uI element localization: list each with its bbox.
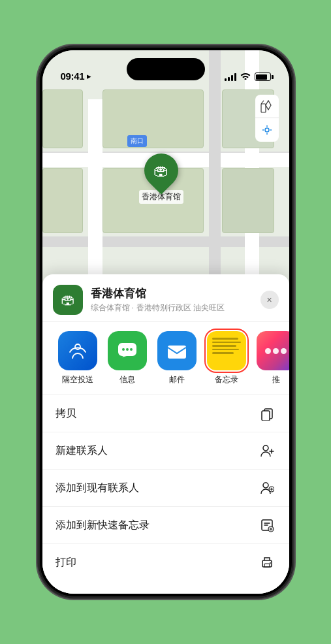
dynamic-island — [127, 58, 205, 80]
map-controls — [255, 95, 279, 142]
share-messages[interactable]: 信息 — [102, 331, 152, 385]
phone-frame: 09:41 ▸ — [39, 46, 293, 598]
venue-icon: 🏟 — [53, 285, 83, 315]
action-copy[interactable]: 拷贝 — [42, 395, 289, 432]
svg-rect-0 — [261, 104, 266, 112]
more-label: 推 — [272, 374, 280, 385]
close-button[interactable]: × — [260, 291, 279, 309]
stadium-icon: 🏟 — [153, 161, 169, 180]
mail-label: 邮件 — [169, 374, 185, 385]
notes-icon — [207, 331, 246, 370]
wifi-icon — [240, 72, 251, 82]
location-arrow-icon: ▸ — [87, 71, 91, 81]
share-more[interactable]: 推 — [251, 331, 289, 385]
svg-point-10 — [263, 483, 268, 488]
share-notes[interactable]: 备忘录 — [202, 331, 251, 385]
quick-note-label: 添加到新快速备忘录 — [55, 519, 150, 532]
mail-icon — [157, 331, 197, 370]
person-plus-icon — [258, 479, 276, 497]
action-add-existing[interactable]: 添加到现有联系人 — [42, 470, 289, 507]
svg-point-5 — [130, 348, 133, 351]
action-print[interactable]: 打印 — [42, 544, 289, 581]
phone-screen: 09:41 ▸ — [42, 50, 289, 594]
status-icons — [225, 72, 271, 82]
airdrop-icon — [58, 331, 97, 370]
action-new-contact[interactable]: 新建联系人 — [42, 432, 289, 470]
share-row: 隔空投送 信息 — [42, 322, 289, 395]
svg-rect-8 — [262, 411, 270, 421]
action-quick-note[interactable]: 添加到新快速备忘录 — [42, 507, 289, 544]
add-existing-label: 添加到现有联系人 — [55, 481, 139, 495]
bottom-sheet: 🏟 香港体育馆 综合体育馆 · 香港特别行政区 油尖旺区 × — [42, 274, 289, 594]
note-add-icon — [258, 516, 276, 534]
signal-bars-icon — [225, 73, 236, 81]
battery-icon — [255, 72, 271, 81]
copy-label: 拷贝 — [55, 407, 76, 421]
share-airdrop[interactable]: 隔空投送 — [53, 331, 102, 385]
svg-point-9 — [263, 445, 268, 451]
action-list: 拷贝 新建联系人 — [42, 395, 289, 581]
map-label: 南口 — [127, 135, 147, 147]
svg-point-3 — [122, 348, 125, 351]
status-time: 09:41 — [61, 71, 85, 82]
svg-point-16 — [270, 562, 271, 564]
location-pin: 🏟 香港体育馆 — [139, 153, 183, 204]
printer-icon — [258, 553, 276, 572]
person-add-icon — [258, 442, 276, 460]
print-label: 打印 — [55, 556, 76, 570]
more-icon — [257, 331, 289, 370]
venue-name: 香港体育馆 — [91, 286, 253, 301]
location-button[interactable] — [255, 118, 279, 142]
copy-icon — [258, 404, 276, 423]
airdrop-label: 隔空投送 — [62, 374, 93, 385]
messages-label: 信息 — [119, 374, 135, 385]
svg-rect-6 — [168, 346, 186, 359]
map-type-button[interactable] — [255, 95, 279, 118]
sheet-header: 🏟 香港体育馆 综合体育馆 · 香港特别行政区 油尖旺区 × — [42, 274, 289, 322]
svg-point-1 — [75, 344, 80, 349]
notes-label: 备忘录 — [215, 374, 238, 385]
messages-icon — [108, 331, 147, 370]
svg-point-4 — [126, 348, 129, 351]
venue-info: 香港体育馆 综合体育馆 · 香港特别行政区 油尖旺区 — [91, 286, 253, 314]
venue-subtitle: 综合体育馆 · 香港特别行政区 油尖旺区 — [91, 302, 253, 314]
new-contact-label: 新建联系人 — [55, 444, 108, 458]
share-mail[interactable]: 邮件 — [152, 331, 202, 385]
